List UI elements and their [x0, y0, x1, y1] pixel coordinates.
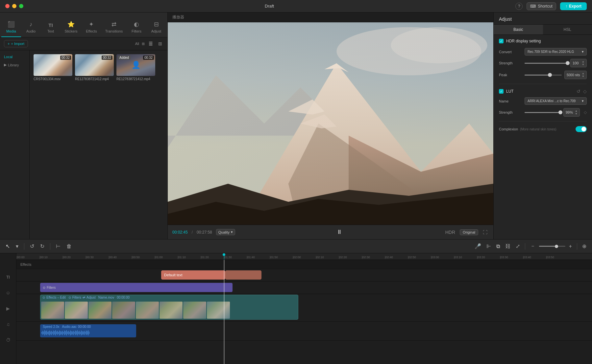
adjust-panel-title: Adjust: [494, 12, 592, 25]
text-clip-extension[interactable]: [225, 270, 261, 280]
tab-media[interactable]: ⬛ Media: [1, 18, 21, 37]
lut-strength-slider[interactable]: [525, 112, 561, 113]
tab-hsl[interactable]: HSL: [543, 25, 592, 34]
convert-dropdown[interactable]: Rec.709 SDR to Rec.2020 HLG ▾: [525, 48, 587, 56]
toolbar-separator-2: [50, 243, 50, 250]
magnet-button[interactable]: ⧉: [495, 242, 502, 250]
video-thumb-mini-7: [183, 302, 206, 319]
preview-area: [168, 22, 493, 225]
lut-strength-diamond-icon[interactable]: ◇: [584, 110, 587, 115]
strength-label: Strength: [499, 61, 522, 65]
nav-library[interactable]: ▶ Library: [0, 61, 29, 69]
delete-button[interactable]: 🗑: [65, 242, 73, 250]
section-divider-1: [499, 84, 587, 84]
lut-strength-row: Strength 99% ▲▼ ◇: [499, 108, 587, 117]
maximize-button[interactable]: [19, 4, 23, 8]
undo-button[interactable]: ↺: [28, 242, 36, 250]
tab-effects[interactable]: ✦ Effects: [82, 18, 101, 37]
section-divider-2: [499, 121, 587, 122]
lut-reset-icon[interactable]: ↺: [577, 89, 580, 94]
filter-track-bg: ⊙ Filters: [16, 282, 592, 294]
redo-button[interactable]: ↻: [38, 242, 46, 250]
plus-icon: +: [8, 42, 10, 46]
peak-track: [525, 75, 562, 76]
split-button[interactable]: ⊢: [54, 242, 62, 250]
video-thumbnails: [40, 302, 298, 319]
mic-button[interactable]: 🎤: [473, 242, 483, 250]
transitions-icon: ⇄: [111, 21, 116, 28]
peak-row: Peak 5000 nits ▲▼: [499, 71, 587, 79]
text-clip[interactable]: Default text: [161, 270, 225, 280]
complexion-toggle[interactable]: [576, 126, 587, 132]
media-clip-3[interactable]: 👤 Added 00:32 RE127838721412.mp4: [116, 54, 155, 81]
lut-edit-icon[interactable]: ◇: [583, 89, 587, 94]
strength-slider[interactable]: [525, 63, 568, 64]
original-button[interactable]: Original: [460, 229, 478, 235]
hdr-checkbox[interactable]: ✓: [499, 39, 504, 43]
shortcut-button[interactable]: ⌨ Shortcut: [527, 2, 556, 10]
media-clip-1[interactable]: 00:32 CRST001334.mov: [34, 54, 72, 81]
lut-checkbox[interactable]: ✓: [499, 89, 504, 94]
peak-slider[interactable]: [525, 75, 562, 76]
lut-strength-value-box[interactable]: 99% ▲▼: [563, 108, 580, 117]
import-button[interactable]: + + Import: [4, 40, 28, 47]
preview-controls-center: ⏸: [239, 229, 440, 236]
media-clip-2[interactable]: 00:32 RE127838721412.mp4: [75, 54, 114, 81]
media-icon: ⬛: [8, 21, 15, 28]
quality-dropdown[interactable]: Quality ▾: [216, 229, 235, 235]
tab-filters[interactable]: ◐ Filters: [127, 18, 146, 37]
preview-hdr-icon[interactable]: HDR: [444, 229, 456, 236]
select-tool-button[interactable]: ↖: [4, 242, 12, 250]
filters-icon: ◐: [134, 21, 139, 28]
media-grid: 00:32 CRST001334.mov 00:32 RE12783872141…: [30, 50, 167, 239]
peak-value-box[interactable]: 5000 nits ▲▼: [564, 71, 587, 79]
chain-button[interactable]: ⛓: [504, 242, 512, 250]
tab-text[interactable]: TI Text: [41, 20, 61, 37]
zoom-in-button[interactable]: +: [567, 242, 574, 250]
zoom-slider[interactable]: [539, 246, 565, 247]
window-controls: [5, 4, 23, 8]
main-area: ⬛ Media ♪ Audio TI Text ⭐ Stickers ✦ Eff…: [0, 12, 592, 239]
tab-audio[interactable]: ♪ Audio: [21, 18, 41, 37]
tab-adjust[interactable]: ⊟ Adjust: [146, 18, 166, 37]
help-button[interactable]: ?: [515, 3, 523, 10]
main-video-track-bg: ⊙ Effects – Edit ⊙ Filters ⇄ Adjust Name…: [16, 294, 592, 321]
preview-controls: 00:02:45 / 00:27:58 Quality ▾ ⏸ HDR Orig…: [168, 225, 493, 239]
tab-basic[interactable]: Basic: [494, 25, 543, 34]
text-icon: TI: [48, 22, 53, 28]
audio-clip[interactable]: Speed 2.0x Audio.aac 00:00:00: [40, 324, 136, 337]
center-panel: 播放器: [168, 12, 493, 239]
video-thumb-mini-5: [136, 302, 159, 319]
link-split-button[interactable]: ⊩: [485, 242, 493, 250]
chevron-down-icon-2: ▾: [582, 99, 584, 103]
video-thumb-mini-3: [88, 302, 111, 319]
audio-waveform: [40, 330, 136, 336]
audio-clip-label: Speed 2.0x Audio.aac 00:00:00: [43, 325, 91, 329]
minimize-button[interactable]: [12, 4, 16, 8]
select-dropdown-button[interactable]: ▾: [14, 242, 20, 250]
nav-local[interactable]: Local: [0, 53, 29, 61]
timer-track-icon: ⏱: [6, 337, 11, 343]
filter-clip[interactable]: ⊙ Filters: [40, 283, 233, 292]
audio-icon: ♪: [30, 21, 33, 28]
right-panel-content: ✓ HDR display setting Convert Rec.709 SD…: [494, 35, 592, 239]
text-track-row: Default text: [16, 269, 592, 282]
right-panel: Adjust Basic HSL ✓ HDR display setting C…: [493, 12, 592, 239]
close-button[interactable]: [5, 4, 10, 8]
grid-view-button[interactable]: ⊞: [157, 40, 163, 47]
strength-value-box[interactable]: 100 ▲▼: [570, 59, 587, 67]
connect-button[interactable]: ⤢: [514, 242, 522, 250]
pause-button[interactable]: ⏸: [336, 229, 342, 236]
preview-controls-right: HDR Original ⛶: [444, 229, 489, 236]
media-panel: + + Import All ⊞ ☰ ⊞ Local ▶ Li: [0, 37, 167, 239]
list-view-button[interactable]: ☰: [147, 40, 154, 47]
tab-transitions[interactable]: ⇄ Transitions: [101, 18, 127, 37]
fullscreen-icon[interactable]: ⛶: [481, 229, 489, 236]
export-button[interactable]: ↑ Export: [560, 2, 587, 10]
video-clip[interactable]: ⊙ Effects – Edit ⊙ Filters ⇄ Adjust Name…: [40, 295, 298, 320]
lut-name-dropdown[interactable]: ARRI ALEXA Mini ...c to Rec.709 ▾: [525, 97, 587, 105]
zoom-out-button[interactable]: －: [529, 242, 537, 251]
tab-stickers[interactable]: ⭐ Stickers: [61, 18, 82, 37]
timeline-settings-button[interactable]: ⊕: [580, 242, 588, 250]
timeline-tracks: |00:00 |00:10 |00:20 |00:30 |00:40 |00:5…: [16, 253, 592, 364]
